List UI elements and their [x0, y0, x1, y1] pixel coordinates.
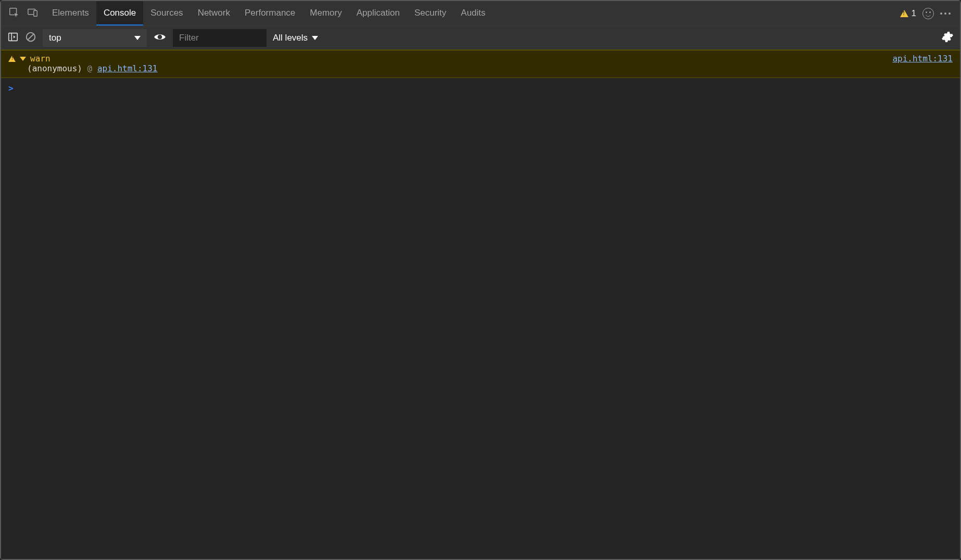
devtools-window: Elements Console Sources Network Perform… [0, 0, 961, 560]
tab-console[interactable]: Console [96, 1, 143, 26]
disclosure-triangle-icon[interactable] [20, 57, 26, 61]
execution-context-select[interactable]: top [43, 29, 147, 47]
stack-at: @ [87, 63, 93, 73]
tab-network[interactable]: Network [191, 1, 237, 26]
levels-label: All levels [273, 33, 308, 43]
warning-icon [8, 56, 16, 62]
filter-input[interactable] [173, 29, 267, 47]
console-toolbar: top All levels [1, 26, 960, 50]
tab-memory[interactable]: Memory [302, 1, 349, 26]
warning-count-badge[interactable]: 1 [900, 8, 916, 19]
chevron-down-icon [312, 36, 318, 40]
warning-count: 1 [912, 8, 916, 19]
tab-audits[interactable]: Audits [453, 1, 492, 26]
device-toolbar-icon[interactable] [27, 7, 39, 20]
tab-sources[interactable]: Sources [143, 1, 190, 26]
leading-icons [6, 7, 45, 20]
clear-console-icon[interactable] [25, 31, 36, 45]
log-levels-select[interactable]: All levels [273, 33, 318, 43]
sidebar-toggle-icon[interactable] [7, 31, 19, 45]
stack-source-link[interactable]: api.html:131 [97, 63, 158, 73]
console-prompt[interactable]: > [1, 78, 960, 98]
stack-anonymous: (anonymous) [27, 63, 82, 73]
svg-point-7 [158, 34, 162, 39]
tab-performance[interactable]: Performance [237, 1, 302, 26]
feedback-icon[interactable] [922, 8, 934, 19]
tabs: Elements Console Sources Network Perform… [45, 1, 493, 26]
context-label: top [49, 33, 61, 43]
svg-rect-2 [34, 10, 37, 16]
tab-elements[interactable]: Elements [45, 1, 96, 26]
console-settings-icon[interactable] [941, 31, 954, 45]
tab-security[interactable]: Security [407, 1, 453, 26]
more-menu-icon[interactable] [940, 12, 951, 15]
chevron-down-icon [134, 36, 141, 40]
svg-rect-3 [9, 33, 18, 41]
live-expression-icon[interactable] [153, 30, 167, 46]
warning-text: warn [30, 54, 50, 63]
tabbar: Elements Console Sources Network Perform… [1, 1, 960, 26]
source-link[interactable]: api.html:131 [892, 54, 953, 63]
console-warning-row[interactable]: warn api.html:131 (anonymous) @ api.html… [1, 50, 960, 78]
trailing-icons: 1 [900, 8, 955, 19]
svg-line-6 [28, 34, 34, 40]
prompt-chevron-icon: > [8, 83, 14, 93]
tab-application[interactable]: Application [349, 1, 407, 26]
inspect-element-icon[interactable] [8, 7, 20, 20]
console-output: warn api.html:131 (anonymous) @ api.html… [1, 50, 960, 559]
warning-icon [900, 10, 908, 17]
